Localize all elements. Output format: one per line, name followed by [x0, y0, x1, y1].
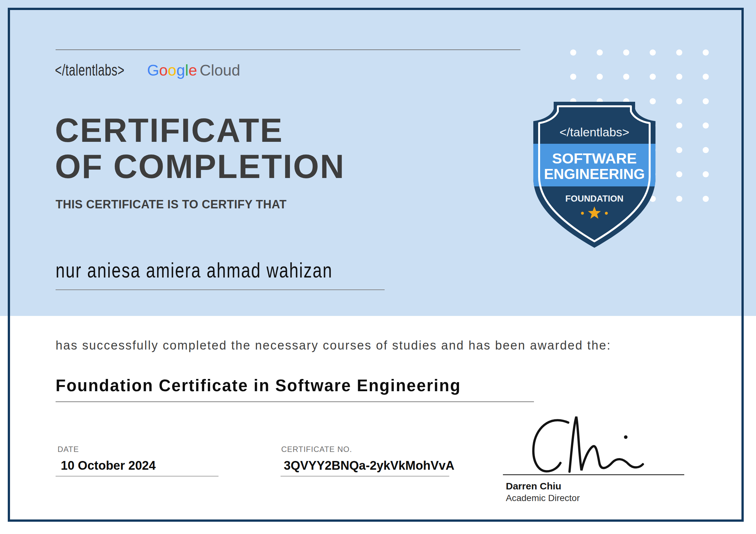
award-title: Foundation Certificate in Software Engin… — [56, 376, 461, 395]
certificate-no-value: 3QVYY2BNQa-2ykVkMohVvA — [284, 459, 454, 472]
pattern-dot — [676, 171, 682, 177]
star-side-dot-right — [605, 212, 608, 215]
pattern-dot — [703, 98, 709, 104]
pattern-dot — [676, 74, 682, 80]
pattern-dot — [703, 122, 709, 129]
pattern-dot — [676, 147, 682, 153]
signatory-name: Darren Chiu — [506, 481, 561, 492]
certificate-page: </talentlabs> GoogleCloud CERTIFICATE OF… — [0, 0, 756, 534]
pattern-dot — [623, 74, 629, 80]
signatory-role: Academic Director — [506, 493, 580, 503]
talentlabs-logo: </talentlabs> — [55, 61, 125, 80]
pattern-dot — [676, 98, 682, 104]
pattern-dot — [650, 49, 656, 56]
recipient-underline — [56, 290, 385, 290]
google-cloud-logo: GoogleCloud — [147, 62, 240, 79]
pattern-dot — [597, 74, 603, 80]
heading-line2: OF COMPLETION — [55, 149, 345, 185]
pattern-dot — [703, 171, 709, 177]
pattern-dot — [570, 74, 576, 80]
star-side-dot-left — [581, 212, 584, 215]
date-value: 10 October 2024 — [61, 459, 156, 472]
certificate-heading: CERTIFICATE OF COMPLETION — [55, 113, 345, 185]
badge-program-line1: SOFTWARE — [552, 151, 637, 166]
date-label: DATE — [58, 445, 79, 454]
google-cloud-label: Cloud — [200, 62, 240, 79]
pattern-dot — [597, 49, 603, 56]
recipient-name: nur aniesa amiera ahmad wahizan — [56, 258, 333, 282]
signature-line — [503, 474, 684, 475]
pattern-dot — [676, 49, 682, 56]
certificate-no-label: CERTIFICATE NO. — [281, 445, 352, 454]
badge-program-line2: ENGINEERING — [544, 166, 645, 182]
pattern-dot — [570, 49, 576, 56]
certify-subtitle: THIS CERTIFICATE IS TO CERTIFY THAT — [56, 198, 287, 211]
date-underline — [56, 476, 219, 476]
pattern-dot — [703, 74, 709, 80]
signature-stroke-c — [533, 420, 568, 471]
pattern-dot — [703, 49, 709, 56]
pattern-dot — [623, 49, 629, 56]
google-wordmark: Google — [147, 62, 197, 79]
signature-stroke-hi — [570, 417, 643, 472]
pattern-dot — [676, 122, 682, 129]
pattern-dot — [676, 196, 682, 202]
completion-statement: has successfully completed the necessary… — [56, 339, 611, 352]
heading-line1: CERTIFICATE — [55, 113, 345, 149]
badge-shield: </talentlabs> SOFTWARE ENGINEERING FOUND… — [533, 102, 656, 248]
signature-i-dot — [624, 436, 628, 439]
pattern-dot — [650, 74, 656, 80]
award-underline — [56, 401, 534, 402]
badge-talentlabs-logo: </talentlabs> — [559, 126, 629, 139]
badge-level-label: FOUNDATION — [565, 194, 624, 204]
signature — [500, 413, 688, 477]
top-divider-line — [56, 49, 520, 50]
pattern-dot — [703, 196, 709, 202]
certificate-no-underline — [281, 476, 449, 476]
pattern-dot — [703, 147, 709, 153]
